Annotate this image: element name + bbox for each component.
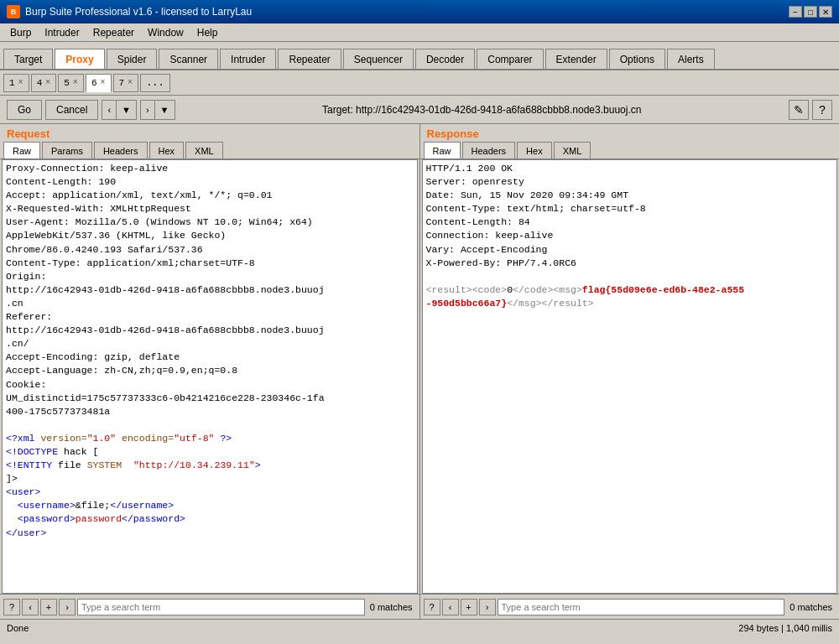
request-tab-xml[interactable]: XML <box>185 142 223 158</box>
nav-back: ‹ ▼ <box>102 100 137 120</box>
content-area: Request Raw Params Headers Hex XML Proxy… <box>0 124 839 619</box>
request-panel: Request Raw Params Headers Hex XML Proxy… <box>0 124 420 619</box>
window-controls: − □ ✕ <box>789 6 832 18</box>
response-tabs: Raw Headers Hex XML <box>420 142 840 159</box>
tab-proxy[interactable]: Proxy <box>55 49 104 69</box>
sub-tab-6[interactable]: 6 × <box>86 74 112 92</box>
toolbar: Go Cancel ‹ ▼ › ▼ Target: http://16c4294… <box>0 96 839 124</box>
response-tab-xml[interactable]: XML <box>554 142 591 158</box>
tab-sequencer[interactable]: Sequencer <box>343 49 414 69</box>
sub-tab-7[interactable]: 7 × <box>113 74 139 92</box>
statusbar: Done 294 bytes | 1,040 millis <box>0 619 839 636</box>
tab-options[interactable]: Options <box>609 49 665 69</box>
maximize-button[interactable]: □ <box>804 6 817 18</box>
status-right: 294 bytes | 1,040 millis <box>738 623 832 633</box>
response-tab-raw[interactable]: Raw <box>424 142 461 158</box>
sub-tab-4[interactable]: 4 × <box>31 74 57 92</box>
menu-help[interactable]: Help <box>190 25 225 40</box>
sub-tab-5[interactable]: 5 × <box>58 74 84 92</box>
menu-repeater[interactable]: Repeater <box>86 25 141 40</box>
request-search-bar: ? ‹ + › 0 matches <box>0 594 420 619</box>
status-left: Done <box>7 623 29 633</box>
nav-forward: › ▼ <box>140 100 175 120</box>
response-content[interactable]: HTTP/1.1 200 OK Server: openresty Date: … <box>422 159 838 594</box>
tab-scanner[interactable]: Scanner <box>159 49 218 69</box>
nav-back-button[interactable]: ‹ <box>102 101 117 119</box>
request-search-matches: 0 matches <box>367 602 416 612</box>
request-tab-hex[interactable]: Hex <box>149 142 185 158</box>
request-search-add[interactable]: + <box>40 599 57 615</box>
tab-repeater[interactable]: Repeater <box>278 49 341 69</box>
tab-extender[interactable]: Extender <box>545 49 607 69</box>
minimize-button[interactable]: − <box>789 6 802 18</box>
request-search-prev[interactable]: ‹ <box>22 599 39 615</box>
menu-window[interactable]: Window <box>141 25 190 40</box>
request-tabs: Raw Params Headers Hex XML <box>0 142 420 159</box>
titlebar: B Burp Suite Professional v1.6 - license… <box>0 0 839 23</box>
edit-target-button[interactable]: ✎ <box>789 100 809 120</box>
request-tab-params[interactable]: Params <box>42 142 92 158</box>
nav-forward-button[interactable]: › <box>141 101 155 119</box>
tab-intruder[interactable]: Intruder <box>220 49 276 69</box>
response-search-bar: ? ‹ + › 0 matches <box>420 594 840 619</box>
request-tab-headers[interactable]: Headers <box>94 142 148 158</box>
response-search-next[interactable]: › <box>479 599 496 615</box>
request-search-next[interactable]: › <box>59 599 76 615</box>
sub-tab-more[interactable]: ... <box>140 74 170 92</box>
cancel-button[interactable]: Cancel <box>45 100 98 120</box>
tab-comparer[interactable]: Comparer <box>477 49 543 69</box>
response-search-matches: 0 matches <box>786 602 836 612</box>
menu-burp[interactable]: Burp <box>3 25 38 40</box>
go-button[interactable]: Go <box>7 100 42 120</box>
request-header: Request <box>0 124 420 142</box>
tab-spider[interactable]: Spider <box>107 49 158 69</box>
nav-forward-dropdown[interactable]: ▼ <box>155 101 175 119</box>
request-search-input[interactable] <box>77 599 365 615</box>
response-search-input[interactable] <box>498 599 785 615</box>
tab-decoder[interactable]: Decoder <box>415 49 475 69</box>
nav-back-dropdown[interactable]: ▼ <box>117 101 136 119</box>
help-button[interactable]: ? <box>812 100 832 120</box>
response-tab-hex[interactable]: Hex <box>517 142 552 158</box>
main-tabs: Target Proxy Spider Scanner Intruder Rep… <box>0 42 839 70</box>
close-button[interactable]: ✕ <box>819 6 832 18</box>
tab-alerts[interactable]: Alerts <box>667 49 715 69</box>
menubar: Burp Intruder Repeater Window Help <box>0 23 839 42</box>
sub-tab-1[interactable]: 1 × <box>3 74 29 92</box>
response-tab-headers[interactable]: Headers <box>462 142 516 158</box>
tab-target[interactable]: Target <box>3 49 53 69</box>
menu-intruder[interactable]: Intruder <box>38 25 86 40</box>
app-title: Burp Suite Professional v1.6 - licensed … <box>25 6 789 18</box>
app-icon: B <box>7 5 20 18</box>
response-search-prev[interactable]: ‹ <box>442 599 459 615</box>
response-search-add[interactable]: + <box>461 599 477 615</box>
sub-tabs: 1 × 4 × 5 × 6 × 7 × ... <box>0 70 839 96</box>
request-search-help[interactable]: ? <box>3 599 20 615</box>
request-tab-raw[interactable]: Raw <box>3 142 40 158</box>
response-search-help[interactable]: ? <box>424 599 440 615</box>
request-content[interactable]: Proxy-Connection: keep-alive Content-Len… <box>2 159 418 594</box>
response-header: Response <box>420 124 840 142</box>
response-panel: Response Raw Headers Hex XML HTTP/1.1 20… <box>420 124 840 619</box>
target-url: Target: http://16c42943-01db-426d-9418-a… <box>179 104 786 116</box>
